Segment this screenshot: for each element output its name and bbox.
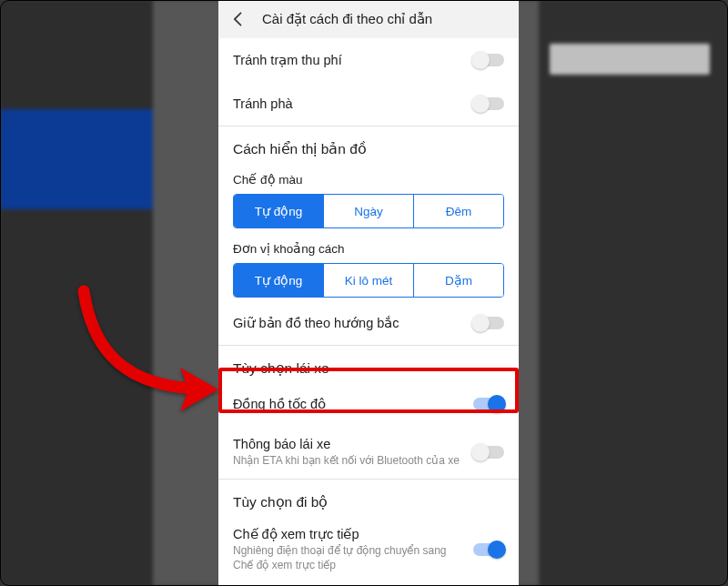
label-avoid-ferries: Tránh phà (233, 96, 466, 111)
label-avoid-tolls: Tránh trạm thu phí (233, 53, 466, 67)
page-title: Cài đặt cách đi theo chỉ dẫn (262, 11, 432, 27)
toggle-live-view[interactable] (473, 543, 504, 556)
toggle-driving-notif[interactable] (473, 446, 504, 459)
row-avoid-tolls[interactable]: Tránh trạm thu phí (218, 38, 519, 82)
segmented-color-mode: Tự động Ngày Đêm (233, 194, 504, 228)
seg-unit-km[interactable]: Ki lô mét (323, 264, 413, 297)
seg-unit-auto[interactable]: Tự động (234, 264, 323, 297)
toggle-avoid-ferries[interactable] (473, 97, 504, 110)
row-driving-notif[interactable]: Thông báo lái xe Nhận ETA khi bạn kết nố… (218, 426, 519, 479)
label-driving-notif: Thông báo lái xe (233, 437, 466, 451)
seg-color-day[interactable]: Ngày (323, 195, 413, 227)
label-color-mode: Chế độ màu (233, 172, 504, 194)
annotation-highlight-box (218, 368, 519, 413)
label-distance-unit: Đơn vị khoảng cách (233, 241, 504, 263)
section-title-map-display: Cách hiển thị bản đồ (233, 141, 504, 157)
section-walking: Tùy chọn đi bộ (218, 480, 519, 516)
app-bar: Cài đặt cách đi theo chỉ dẫn (218, 0, 519, 38)
sub-driving-notif: Nhận ETA khi bạn kết nối với Bluetooth c… (233, 453, 466, 468)
back-icon[interactable] (229, 10, 248, 28)
settings-list: Tránh trạm thu phí Tránh phà Cách hiển t… (218, 38, 519, 586)
toggle-keep-north[interactable] (473, 317, 504, 329)
section-title-walking: Tùy chọn đi bộ (233, 494, 504, 510)
subsection-distance-unit: Đơn vị khoảng cách Tự động Ki lô mét Dặm (218, 232, 519, 301)
subsection-color-mode: Chế độ màu Tự động Ngày Đêm (218, 163, 519, 232)
toggle-avoid-tolls[interactable] (473, 54, 504, 66)
label-keep-north: Giữ bản đồ theo hướng bắc (233, 316, 466, 330)
row-keep-north[interactable]: Giữ bản đồ theo hướng bắc (218, 301, 519, 345)
seg-unit-mile[interactable]: Dặm (413, 264, 503, 297)
segmented-distance-unit: Tự động Ki lô mét Dặm (233, 263, 504, 298)
section-map-display: Cách hiển thị bản đồ (218, 126, 519, 163)
label-live-view: Chế độ xem trực tiếp (233, 527, 466, 541)
sub-live-view: Nghiêng điện thoại để tự động chuyển san… (233, 543, 466, 572)
seg-color-night[interactable]: Đêm (413, 195, 503, 227)
phone-screen: Cài đặt cách đi theo chỉ dẫn Tránh trạm … (218, 0, 519, 586)
row-avoid-ferries[interactable]: Tránh phà (218, 82, 519, 126)
seg-color-auto[interactable]: Tự động (234, 195, 323, 227)
row-live-view[interactable]: Chế độ xem trực tiếp Nghiêng điện thoại … (218, 516, 519, 583)
